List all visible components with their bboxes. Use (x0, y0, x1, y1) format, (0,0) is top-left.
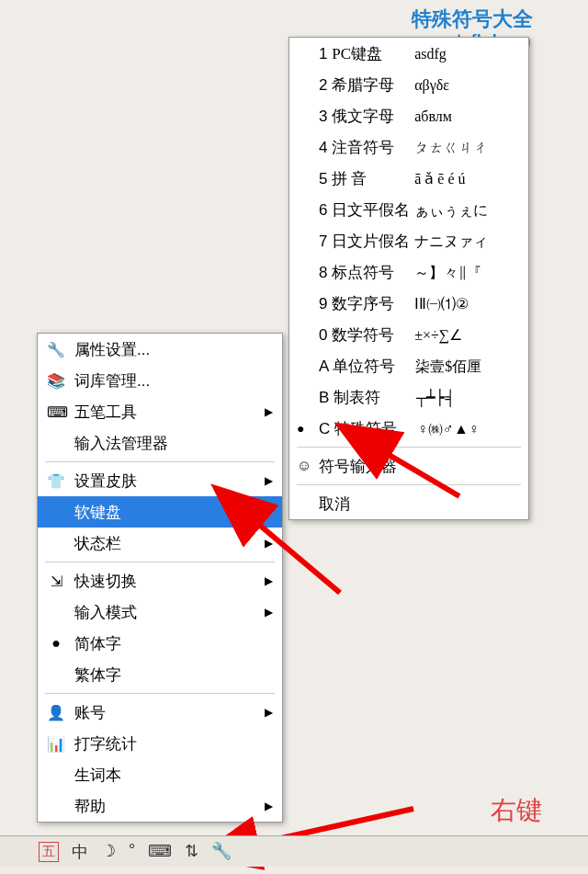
option-label: 拼 音 (332, 168, 414, 189)
menu-separator (45, 461, 275, 462)
statusbar-icon[interactable]: ° (129, 841, 135, 863)
ime-mode-indicator[interactable]: 五 (39, 842, 59, 862)
softkeyboard-option[interactable]: 0 数学符号±×÷∑∠ (289, 319, 528, 350)
menu-icon: ● (47, 635, 65, 652)
menu-label: 软键盘 (74, 502, 121, 523)
softkeyboard-option[interactable]: 4 注音符号ㄆㄊㄍㄐㄔ (289, 131, 528, 163)
svg-line-0 (381, 450, 459, 496)
option-label: 单位符号 (333, 356, 415, 377)
option-shortcut: C (319, 420, 334, 437)
menu-item[interactable]: ●简体字 (38, 628, 282, 659)
right-click-annotation: 右键 (491, 793, 542, 828)
option-sample: ～】々‖『 (414, 265, 481, 280)
softkeyboard-option[interactable]: ●C 特殊符号♀㈱♂▲♀ (289, 413, 528, 444)
option-sample: ㄆㄊㄍㄐㄔ (414, 140, 488, 155)
option-sample: 柒壹$佰厘 (415, 358, 481, 374)
softkeyboard-option[interactable]: 6 日文平假名ぁぃぅぇに (289, 194, 528, 225)
option-shortcut: 3 (319, 108, 332, 125)
option-label: PC键盘 (332, 43, 414, 64)
option-shortcut: 2 (319, 76, 332, 94)
menu-item[interactable]: 📚词库管理... (38, 365, 282, 396)
menu-label: 词库管理... (74, 370, 150, 392)
softkeyboard-option[interactable]: 7 日文片假名ナニヌァィ (289, 225, 528, 256)
option-label: 数学符号 (332, 324, 414, 346)
softkeyboard-option[interactable]: 5 拼 音ā ǎ ē é ú (289, 163, 528, 194)
option-label: 希腊字母 (332, 74, 414, 96)
option-sample: абвлм (414, 108, 452, 124)
statusbar-icon[interactable]: ⌨ (148, 841, 172, 863)
option-sample: ±×÷∑∠ (414, 327, 462, 343)
submenu-arrow-icon: ▶ (265, 405, 273, 418)
menu-label: 快速切换 (74, 571, 137, 592)
statusbar-icon[interactable]: ☽ (101, 841, 116, 863)
softkeyboard-option[interactable]: 9 数字序号ⅠⅡ㈠⑴② (289, 288, 528, 319)
option-sample: ナニヌァィ (414, 233, 488, 249)
option-sample: ぁぃぅぇに (414, 202, 488, 218)
menu-icon: 📊 (47, 735, 65, 753)
menu-icon: 🔧 (47, 341, 65, 358)
submenu-arrow-icon: ▶ (265, 474, 273, 487)
menu-label: 帮助 (74, 796, 106, 817)
option-sample: ā ǎ ē é ú (414, 171, 465, 187)
menu-label: 状态栏 (74, 533, 121, 554)
option-sample: asdfg (414, 46, 447, 62)
menu-separator (45, 693, 275, 694)
menu-item[interactable]: 生词本 (38, 759, 282, 790)
menu-icon: 👤 (47, 704, 65, 721)
submenu-arrow-icon: ▶ (265, 606, 273, 619)
option-label: 日文平假名 (332, 199, 414, 221)
statusbar-icon[interactable]: ⇅ (185, 841, 198, 863)
option-label: 注音符号 (332, 137, 414, 158)
option-shortcut: B (319, 389, 334, 406)
option-label: 日文片假名 (332, 231, 414, 252)
smiley-icon: ☺ (297, 458, 311, 474)
menu-label: 简体字 (74, 633, 121, 654)
ime-status-bar[interactable]: 五 中☽°⌨⇅🔧 (0, 835, 588, 867)
menu-label: 五笔工具 (74, 402, 137, 423)
menu-item[interactable]: 输入法管理器 (38, 427, 282, 459)
menu-item[interactable]: 繁体字 (38, 659, 282, 690)
menu-icon: 📚 (47, 372, 65, 390)
option-sample: ┬┷┝╡ (416, 390, 456, 405)
softkeyboard-option[interactable]: 2 希腊字母αβγδε (289, 69, 528, 100)
option-sample: ♀㈱♂▲♀ (417, 421, 480, 437)
statusbar-icon[interactable]: 🔧 (211, 841, 232, 863)
menu-item[interactable]: 🔧属性设置... (38, 334, 282, 365)
menu-item[interactable]: ⌨五笔工具▶ (38, 396, 282, 427)
menu-label: 设置皮肤 (74, 471, 137, 492)
option-label: 数字序号 (332, 293, 414, 314)
softkeyboard-option[interactable]: 3 俄文字母абвлм (289, 100, 528, 131)
menu-icon: ⇲ (47, 573, 65, 590)
option-shortcut: 7 (319, 233, 332, 250)
menu-item[interactable]: 👕设置皮肤▶ (38, 465, 282, 496)
option-shortcut: 6 (319, 201, 332, 219)
option-shortcut: 1 (319, 45, 332, 62)
softkeyboard-option[interactable]: B 制表符┬┷┝╡ (289, 381, 528, 413)
option-sample: ⅠⅡ㈠⑴② (414, 296, 469, 312)
bullet-icon: ● (297, 421, 304, 436)
arrow-to-symbol-input (368, 441, 469, 505)
softkeyboard-option[interactable]: 8 标点符号～】々‖『 (289, 256, 528, 288)
submenu-arrow-icon: ▶ (265, 706, 273, 719)
menu-label: 属性设置... (74, 339, 150, 360)
option-sample: αβγδε (414, 77, 449, 93)
menu-label: 繁体字 (74, 664, 121, 686)
option-shortcut: 8 (319, 264, 332, 281)
menu-label: 输入法管理器 (74, 433, 168, 454)
option-label: 特殊符号 (334, 418, 417, 439)
menu-label: 输入模式 (74, 602, 137, 623)
menu-item[interactable]: 👤账号▶ (38, 697, 282, 728)
arrow-to-softkeyboard (239, 510, 349, 602)
svg-line-1 (253, 519, 340, 593)
menu-item[interactable]: 📊打字统计 (38, 728, 282, 759)
option-shortcut: 9 (319, 295, 332, 312)
softkeyboard-option[interactable]: 1 PC键盘asdfg (289, 38, 528, 69)
menu-label: 生词本 (74, 765, 121, 786)
menu-label: 账号 (74, 702, 106, 723)
statusbar-icon[interactable]: 中 (72, 841, 88, 863)
option-shortcut: 5 (319, 170, 332, 187)
option-shortcut: 0 (319, 326, 332, 344)
menu-label: 打字统计 (74, 733, 137, 755)
watermark-line1: 特殊符号大全 (412, 7, 533, 31)
softkeyboard-option[interactable]: A 单位符号柒壹$佰厘 (289, 350, 528, 381)
